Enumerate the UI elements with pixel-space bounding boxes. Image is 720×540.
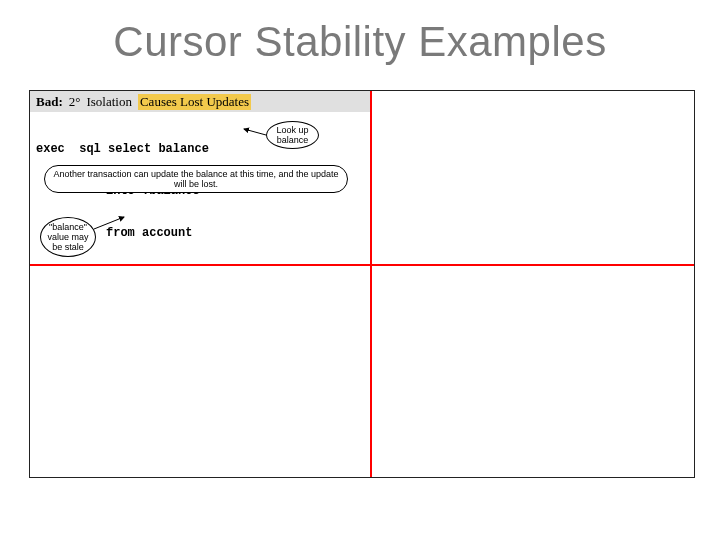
slide-title: Cursor Stability Examples xyxy=(0,18,720,66)
example-header: Bad: 2° Isolation Causes Lost Updates xyxy=(30,91,370,112)
callout-text: Another transaction can update the balan… xyxy=(49,169,343,189)
slide: Cursor Stability Examples Bad: 2° Isolat… xyxy=(0,0,720,540)
callout-warning: Another transaction can update the balan… xyxy=(44,165,348,193)
header-highlight: Causes Lost Updates xyxy=(138,94,251,110)
quadrant-bottom-right xyxy=(372,266,694,477)
bad-label: Bad: xyxy=(36,94,63,110)
callout-lookup-balance: Look up balance xyxy=(266,121,319,149)
header-word: Isolation xyxy=(86,94,132,110)
callout-stale: "balance" value may be stale xyxy=(40,217,96,257)
quadrant-top-left: Bad: 2° Isolation Causes Lost Updates ex… xyxy=(30,91,370,264)
code-line: exec sql select balance xyxy=(36,142,364,156)
quadrant-bottom-left xyxy=(30,266,370,477)
header-prefix: 2° xyxy=(69,94,81,110)
callout-text: Look up balance xyxy=(271,125,314,145)
quadrant-top-right xyxy=(372,91,694,264)
quadrant-panel: Bad: 2° Isolation Causes Lost Updates ex… xyxy=(29,90,695,478)
callout-text: "balance" value may be stale xyxy=(45,222,91,252)
